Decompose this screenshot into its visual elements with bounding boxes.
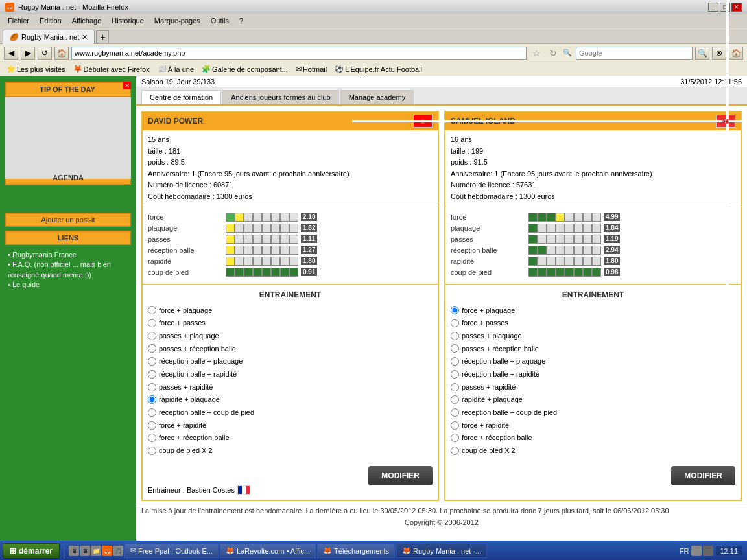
tab-centre-formation[interactable]: Centre de formation <box>141 90 221 104</box>
close-button[interactable]: ✕ <box>731 3 742 12</box>
refresh-icon[interactable]: ↻ <box>546 47 560 60</box>
bookmark-alaune[interactable]: 📰 À la une <box>155 64 196 75</box>
bookmark-lequipe[interactable]: ⚽ L'Equipe.fr Actu Football <box>332 64 425 75</box>
training-option-samuel-12[interactable]: coup de pied X 2 <box>451 445 735 457</box>
training-option-samuel-5[interactable]: réception balle + plaquage <box>451 355 735 368</box>
tip-close-button[interactable]: ✕ <box>123 82 131 89</box>
taskbar-item-icon-outlook: ✉ <box>130 546 136 555</box>
taskbar-item-larévolte[interactable]: 🦊 LaRevolte.com • Affic... <box>220 544 316 558</box>
search-input[interactable] <box>576 47 693 60</box>
training-option-samuel-7[interactable]: passes + rapidité <box>451 381 735 393</box>
sidebar: ✕ TIP OF THE DAY AGENDA Ajouter un post-… <box>0 76 136 557</box>
training-section-david: ENTRAINEMENT force + plaquage force + pa… <box>141 285 439 501</box>
training-option-david-10[interactable]: force + rapidité <box>148 419 433 432</box>
footer-info: La mise à jour de l'entrainement est heb… <box>136 504 747 517</box>
browser-tab-rugbymania[interactable]: 🏉 Rugby Mania . net ✕ <box>3 30 95 44</box>
bookmark-icon-firefox: 🦊 <box>73 65 82 73</box>
menu-edition[interactable]: Édition <box>34 16 67 26</box>
home-button[interactable]: 🏠 <box>54 47 69 60</box>
bookmark-icon-hotmail: ✉ <box>296 65 302 73</box>
taskbar-item-rugby[interactable]: 🦊 Rugby Mania . net -... <box>396 544 487 558</box>
bookmark-firefox[interactable]: 🦊 Débuter avec Firefox <box>71 64 152 75</box>
training-option-samuel-1[interactable]: force + plaquage <box>451 305 735 317</box>
menu-historique[interactable]: Historique <box>106 16 149 26</box>
training-option-david-7[interactable]: passes + rapidité <box>148 381 433 393</box>
training-option-samuel-2[interactable]: force + passes <box>451 317 735 329</box>
taskbar: ⊞ démarrer 🖥 🖥 📁 🦊 🎵 ✉ Free Ppal - Outlo… <box>0 541 747 560</box>
taskbar-item-icon-larevolte: 🦊 <box>226 546 235 555</box>
training-option-samuel-9[interactable]: réception balle + coup de pied <box>451 406 735 419</box>
bookmark-plusvisites[interactable]: ⭐ Les plus visités <box>4 64 68 75</box>
training-option-david-8[interactable]: rapidité + plaquage <box>148 393 433 406</box>
bookmark-icon-lequipe: ⚽ <box>335 65 344 73</box>
taskbar-icon-misc2: 🖥 <box>80 546 90 556</box>
bookmark-icon-galerie: 🧩 <box>202 65 211 73</box>
search-engine-icon: 🔍 <box>563 49 573 57</box>
stop-button[interactable]: ⊗ <box>712 47 726 60</box>
training-option-david-9[interactable]: réception balle + coup de pied <box>148 406 433 419</box>
minimize-button[interactable]: _ <box>708 3 718 12</box>
menu-help[interactable]: ? <box>234 16 248 26</box>
tab-icon: 🏉 <box>10 33 19 41</box>
player-name-david: DAVID POWER <box>148 117 203 126</box>
link-rugbymania-france[interactable]: • Rugbymania France <box>8 250 128 260</box>
menu-fichier[interactable]: Fichier <box>3 16 34 26</box>
home-btn2[interactable]: 🏠 <box>729 47 743 60</box>
training-option-samuel-10[interactable]: force + rapidité <box>451 419 735 432</box>
address-input[interactable] <box>71 47 527 60</box>
training-option-samuel-4[interactable]: passes + réception balle <box>451 343 735 355</box>
link-guide[interactable]: • Le guide <box>8 280 128 290</box>
datetime: 31/5/2012 12:11:56 <box>680 78 742 86</box>
stat-label-force-samuel: force <box>451 213 528 221</box>
training-option-david-12[interactable]: coup de pied X 2 <box>148 445 433 457</box>
training-option-samuel-8[interactable]: rapidité + plaquage <box>451 393 735 406</box>
sidebar-advertisement <box>5 101 131 166</box>
bookmark-star[interactable]: ☆ <box>529 47 543 60</box>
training-options-samuel: force + plaquage force + passes passes +… <box>451 305 735 457</box>
search-go[interactable]: 🔍 <box>695 47 709 60</box>
add-post-button[interactable]: Ajouter un post-it <box>5 213 131 227</box>
new-tab-button[interactable]: + <box>96 30 109 43</box>
training-option-david-5[interactable]: réception balle + plaquage <box>148 355 433 368</box>
modifier-button-samuel[interactable]: MODIFIER <box>671 466 735 485</box>
stat-label-coupied-david: coup de pied <box>148 268 226 276</box>
start-button[interactable]: ⊞ démarrer <box>3 543 60 559</box>
training-option-david-2[interactable]: force + passes <box>148 317 433 329</box>
player-info-samuel: 16 ans taille : 199 poids : 91.5 Anniver… <box>445 130 741 207</box>
bookmarks-bar: ⭐ Les plus visités 🦊 Débuter avec Firefo… <box>0 62 747 76</box>
training-title-samuel: ENTRAINEMENT <box>451 290 735 299</box>
training-option-samuel-3[interactable]: passes + plaquage <box>451 330 735 342</box>
tab-manage-academy[interactable]: Manage academy <box>340 90 414 104</box>
modifier-button-david[interactable]: MODIFIER <box>368 466 433 485</box>
training-option-david-4[interactable]: passes + réception balle <box>148 343 433 355</box>
training-option-david-1[interactable]: force + plaquage <box>148 305 433 317</box>
taskbar-item-downloads[interactable]: 🦊 Téléchargements <box>317 544 395 558</box>
tab-close-button[interactable]: ✕ <box>82 33 88 41</box>
training-option-david-6[interactable]: réception balle + rapidité <box>148 368 433 380</box>
taskbar-item-outlook[interactable]: ✉ Free Ppal - Outlook E... <box>124 544 219 558</box>
menu-marquepages[interactable]: Marque-pages <box>149 16 206 26</box>
back-button[interactable]: ◀ <box>4 47 18 60</box>
address-bar: ◀ ▶ ↺ 🏠 ☆ ↻ 🔍 🔍 ⊗ 🏠 <box>0 44 747 62</box>
menu-affichage[interactable]: Affichage <box>67 16 107 26</box>
taskbar-icon-misc4: 🎵 <box>113 546 123 556</box>
stats-samuel: force 4 <box>445 207 741 284</box>
taskbar-icon-misc3: 📁 <box>91 546 101 556</box>
training-option-david-3[interactable]: passes + plaquage <box>148 330 433 342</box>
taskbar-notify-icon1 <box>691 546 702 556</box>
stat-val-rapidite-david: 1.80 <box>301 257 317 265</box>
menu-outils[interactable]: Outils <box>206 16 234 26</box>
reload-button[interactable]: ↺ <box>38 47 52 60</box>
training-section-samuel: ENTRAINEMENT force + plaquage force + pa… <box>444 285 742 501</box>
bookmark-galerie[interactable]: 🧩 Galerie de composant... <box>199 64 290 75</box>
player-box-david: DAVID POWER 🍁 15 ans taille : 181 poids … <box>141 111 439 285</box>
tip-of-the-day-label: TIP OF THE DAY <box>5 82 131 97</box>
training-option-samuel-11[interactable]: force + réception balle <box>451 432 735 444</box>
training-option-david-11[interactable]: force + réception balle <box>148 432 433 444</box>
training-option-samuel-6[interactable]: réception balle + rapidité <box>451 368 735 380</box>
player-box-samuel: SAMUEL IGLAND 🇳🇴 16 ans taille : 199 poi… <box>444 111 742 285</box>
tab-anciens-joueurs[interactable]: Anciens joueurs formés au club <box>222 90 338 104</box>
forward-button[interactable]: ▶ <box>21 47 35 60</box>
bookmark-hotmail[interactable]: ✉ Hotmail <box>293 64 329 75</box>
content-area: Saison 19: Jour 39/133 31/5/2012 12:11:5… <box>136 76 747 557</box>
